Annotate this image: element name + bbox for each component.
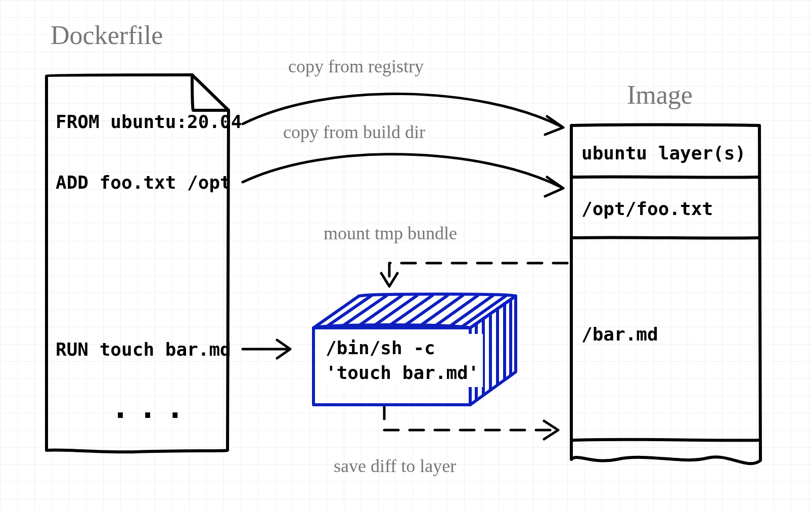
arrow-save-diff [384,405,556,430]
label-save-diff: save diff to layer [334,455,456,477]
title-image: Image [627,80,693,110]
dockerfile-line-run: RUN touch bar.md [56,339,231,360]
image-divider-3 [572,440,759,441]
image-divider-1 [572,177,759,177]
image-divider-2 [572,237,759,238]
image-layer-bar: /bar.md [581,324,658,345]
label-mount-bundle: mount tmp bundle [324,223,457,244]
dockerfile-line-from: FROM ubuntu:20.04 [56,111,242,132]
arrow-mount-bundle [389,263,567,284]
image-layer-foo: /opt/foo.txt [581,198,713,219]
arrow-copy-builddir [243,154,561,187]
container-cmd: /bin/sh -c 'touch bar.md' [322,334,483,387]
dockerfile-dots: ... [111,390,193,425]
image-layer-ubuntu: ubuntu layer(s) [581,143,746,163]
dockerfile-line-add: ADD foo.txt /opt [56,172,231,193]
label-copy-builddir: copy from build dir [283,121,425,143]
label-copy-registry: copy from registry [288,56,424,77]
title-dockerfile: Dockerfile [51,20,163,50]
